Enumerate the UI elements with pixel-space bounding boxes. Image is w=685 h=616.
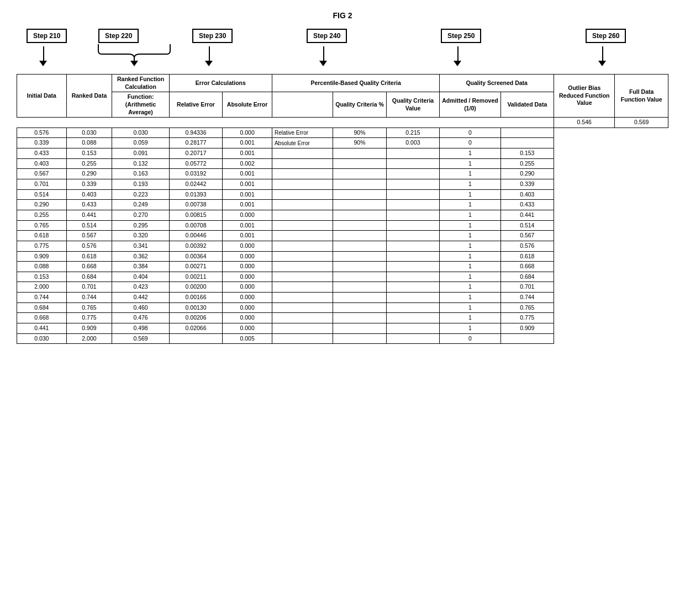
- cell-14-0: 0.153: [17, 272, 67, 282]
- cell-20-1: 2.000: [66, 333, 112, 344]
- cell-20-0: 0.030: [17, 333, 67, 344]
- cell-6-1: 0.403: [66, 189, 112, 200]
- cell-4-2: 0.163: [112, 169, 169, 179]
- cell-7-9: 0.433: [500, 200, 554, 210]
- cell-1-1: 0.088: [66, 138, 112, 148]
- cell-3-6: [333, 158, 387, 169]
- table-row: 0.5140.4030.2230.013930.00110.403: [17, 189, 668, 200]
- cell-14-9: 0.684: [500, 272, 554, 282]
- cell-11-5: [272, 241, 333, 251]
- cell-18-3: 0.00206: [169, 313, 223, 323]
- cell-19-7: [386, 323, 440, 334]
- cell-17-1: 0.765: [66, 302, 112, 313]
- header-error-calc: Error Calculations: [169, 75, 272, 92]
- values-row: 0.546 0.569: [17, 118, 668, 128]
- cell-0-6: 90%: [333, 128, 387, 138]
- cell-10-0: 0.618: [17, 231, 67, 241]
- cell-1-3: 0.28177: [169, 138, 223, 148]
- cell-1-0: 0.339: [17, 138, 67, 148]
- cell-5-0: 0.701: [17, 179, 67, 190]
- cell-11-6: [333, 241, 387, 251]
- cell-3-5: [272, 158, 333, 169]
- table-row: 0.1530.6840.4040.002110.00010.684: [17, 272, 668, 282]
- cell-12-7: [386, 251, 440, 262]
- cell-11-7: [386, 241, 440, 251]
- cell-9-3: 0.00708: [169, 220, 223, 231]
- cell-0-4: 0.000: [223, 128, 272, 138]
- cell-17-6: [333, 302, 387, 313]
- cell-11-4: 0.000: [223, 241, 272, 251]
- cell-16-3: 0.00166: [169, 293, 223, 303]
- cell-1-5: Absolute Error: [272, 138, 333, 148]
- cell-12-0: 0.909: [17, 251, 67, 262]
- cell-8-1: 0.441: [66, 210, 112, 220]
- cell-11-1: 0.576: [66, 241, 112, 251]
- cell-19-1: 0.909: [66, 323, 112, 334]
- cell-10-5: [272, 231, 333, 241]
- cell-20-4: 0.005: [223, 333, 272, 344]
- cell-18-8: 1: [440, 313, 500, 323]
- cell-13-2: 0.384: [112, 262, 169, 272]
- cell-11-2: 0.341: [112, 241, 169, 251]
- cell-16-0: 0.744: [17, 293, 67, 303]
- cell-8-8: 1: [440, 210, 500, 220]
- cell-5-5: [272, 179, 333, 190]
- cell-8-3: 0.00815: [169, 210, 223, 220]
- cell-15-2: 0.423: [112, 282, 169, 293]
- cell-4-0: 0.567: [17, 169, 67, 179]
- cell-1-9: [500, 138, 554, 148]
- cell-4-3: 0.03192: [169, 169, 223, 179]
- table-row: 0.4030.2550.1320.057720.00210.255: [17, 158, 668, 169]
- cell-4-8: 1: [440, 169, 500, 179]
- cell-3-8: 1: [440, 158, 500, 169]
- cell-4-1: 0.290: [66, 169, 112, 179]
- cell-6-5: [272, 189, 333, 200]
- cell-0-1: 0.030: [66, 128, 112, 138]
- cell-14-3: 0.00211: [169, 272, 223, 282]
- cell-15-7: [386, 282, 440, 293]
- cell-14-4: 0.000: [223, 272, 272, 282]
- cell-15-4: 0.000: [223, 282, 272, 293]
- cell-19-8: 1: [440, 323, 500, 334]
- cell-9-2: 0.295: [112, 220, 169, 231]
- header-full-data: Full Data Function Value: [615, 75, 668, 118]
- cell-14-2: 0.404: [112, 272, 169, 282]
- cell-18-1: 0.775: [66, 313, 112, 323]
- cell-19-0: 0.441: [17, 323, 67, 334]
- cell-9-6: [333, 220, 387, 231]
- cell-13-8: 1: [440, 262, 500, 272]
- cell-9-9: 0.514: [500, 220, 554, 231]
- cell-10-9: 0.567: [500, 231, 554, 241]
- cell-5-1: 0.339: [66, 179, 112, 190]
- cell-7-3: 0.00738: [169, 200, 223, 210]
- cell-7-2: 0.249: [112, 200, 169, 210]
- cell-8-9: 0.441: [500, 210, 554, 220]
- cell-10-7: [386, 231, 440, 241]
- cell-14-7: [386, 272, 440, 282]
- table-row: 0.6680.7750.4760.002060.00010.775: [17, 313, 668, 323]
- cell-17-4: 0.000: [223, 302, 272, 313]
- step-260-box: Step 260: [586, 29, 626, 43]
- table-row: 0.6840.7650.4600.001300.00010.765: [17, 302, 668, 313]
- cell-10-8: 1: [440, 231, 500, 241]
- main-table: Initial Data Ranked Data Ranked Function…: [17, 74, 668, 344]
- cell-10-1: 0.567: [66, 231, 112, 241]
- table-row: 0.4330.1530.0910.207170.00110.153: [17, 148, 668, 159]
- cell-19-2: 0.498: [112, 323, 169, 334]
- table-row: 0.2550.4410.2700.008150.00010.441: [17, 210, 668, 220]
- cell-15-3: 0.00200: [169, 282, 223, 293]
- cell-12-8: 1: [440, 251, 500, 262]
- cell-16-8: 1: [440, 293, 500, 303]
- cell-17-5: [272, 302, 333, 313]
- cell-14-8: 1: [440, 272, 500, 282]
- header-quality-screened: Quality Screened Data: [440, 75, 554, 92]
- cell-2-2: 0.091: [112, 148, 169, 159]
- cell-20-7: [386, 333, 440, 344]
- cell-17-8: 1: [440, 302, 500, 313]
- fig-title: FIG 2: [333, 11, 352, 20]
- cell-7-1: 0.433: [66, 200, 112, 210]
- cell-16-7: [386, 293, 440, 303]
- cell-2-9: 0.153: [500, 148, 554, 159]
- step-230-box: Step 230: [192, 29, 233, 43]
- table-row: 0.5670.2900.1630.031920.00110.290: [17, 169, 668, 179]
